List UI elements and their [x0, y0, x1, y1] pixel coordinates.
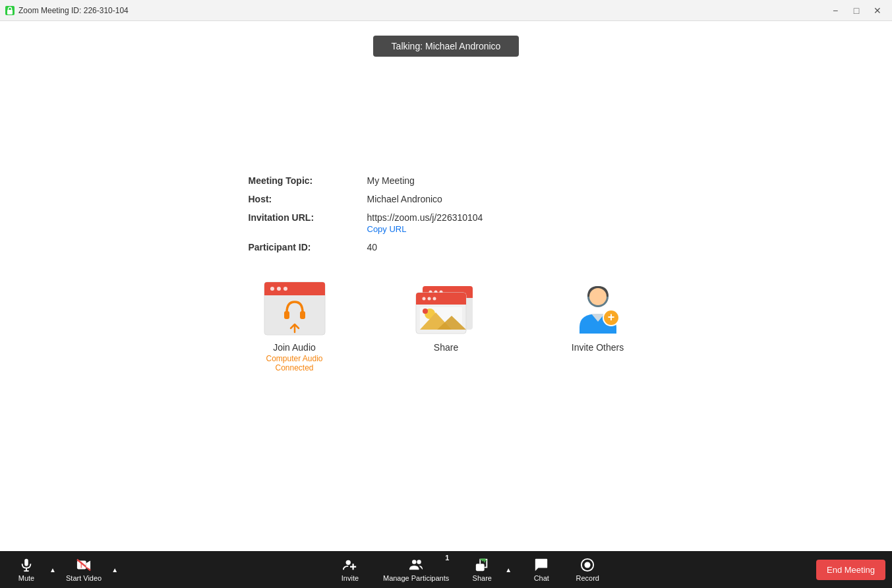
meeting-topic-value: My Meeting: [367, 175, 415, 186]
close-button[interactable]: ✕: [868, 3, 887, 18]
svg-rect-41: [476, 564, 485, 571]
lock-icon: [5, 6, 15, 15]
join-audio-icon-wrapper: [262, 279, 328, 338]
share-chevron-icon: ▲: [505, 566, 512, 573]
toolbar: Mute ▲ Start Video ▲: [0, 551, 892, 588]
share-action[interactable]: Share: [403, 279, 489, 353]
manage-participants-button[interactable]: 1 Manage Participants: [376, 551, 456, 588]
share-chevron-button[interactable]: ▲: [502, 551, 515, 588]
chat-button[interactable]: Chat: [521, 551, 561, 588]
svg-rect-7: [284, 311, 289, 319]
mute-button[interactable]: Mute: [7, 551, 46, 588]
share-toolbar-button[interactable]: Share: [462, 551, 502, 588]
record-label: Record: [576, 574, 599, 582]
end-meeting-button[interactable]: End Meeting: [816, 560, 885, 580]
record-icon: [580, 558, 595, 572]
invitation-url-value: https://zoom.us/j/226310104: [367, 212, 483, 223]
toolbar-center: Invite 1 Manage Participants: [121, 551, 816, 588]
svg-rect-30: [24, 558, 28, 566]
invite-others-icon: +: [565, 279, 631, 338]
invite-others-action[interactable]: + Invite Others: [555, 279, 641, 353]
title-bar: Zoom Meeting ID: 226-310-104 − □ ✕: [0, 0, 892, 21]
talking-banner: Talking: Michael Andronico: [373, 36, 520, 57]
mute-chevron-button[interactable]: ▲: [46, 551, 59, 588]
chat-icon: [534, 558, 549, 572]
start-video-label: Start Video: [66, 574, 102, 582]
participant-count-badge: 1: [445, 554, 449, 562]
toolbar-right: End Meeting: [816, 560, 885, 580]
mute-group: Mute ▲: [7, 551, 59, 588]
manage-participants-label: Manage Participants: [383, 574, 449, 582]
chat-label: Chat: [534, 574, 549, 582]
share-toolbar-group: Share ▲: [462, 551, 515, 588]
svg-text:+: +: [607, 310, 614, 324]
meeting-info: Meeting Topic: My Meeting Host: Michael …: [249, 175, 644, 252]
share-icon-wrapper: [413, 279, 479, 338]
join-audio-icon: [262, 279, 328, 338]
mute-chevron-icon: ▲: [49, 566, 56, 573]
svg-point-44: [585, 562, 591, 568]
participant-id-row: Participant ID: 40: [249, 242, 644, 252]
svg-point-25: [423, 309, 428, 314]
invite-others-icon-wrapper: +: [565, 279, 631, 338]
actions-row: Join Audio Computer Audio Connected: [252, 279, 641, 372]
svg-point-36: [346, 560, 351, 564]
mute-label: Mute: [18, 574, 34, 582]
share-toolbar-label: Share: [473, 574, 492, 582]
participant-id-label: Participant ID:: [249, 242, 367, 252]
svg-point-40: [417, 560, 421, 564]
invitation-url-container: https://zoom.us/j/226310104 Copy URL: [367, 212, 483, 234]
mute-icon: [19, 558, 34, 572]
svg-point-27: [589, 288, 607, 305]
participant-id-value: 40: [367, 242, 378, 252]
invite-button[interactable]: Invite: [330, 551, 370, 588]
svg-point-18: [422, 297, 425, 301]
record-button[interactable]: Record: [568, 551, 607, 588]
invitation-url-row: Invitation URL: https://zoom.us/j/226310…: [249, 212, 644, 234]
host-label: Host:: [249, 194, 367, 204]
share-toolbar-icon: [475, 558, 489, 572]
video-group: Start Video ▲: [59, 551, 121, 588]
join-audio-label: Join Audio: [273, 342, 316, 353]
meeting-topic-row: Meeting Topic: My Meeting: [249, 175, 644, 186]
toolbar-left: Mute ▲ Start Video ▲: [7, 551, 121, 588]
invite-icon: [343, 558, 357, 572]
copy-url-button[interactable]: Copy URL: [367, 224, 483, 234]
start-video-button[interactable]: Start Video: [59, 551, 108, 588]
title-bar-controls: − □ ✕: [826, 3, 887, 18]
host-row: Host: Michael Andronico: [249, 194, 644, 204]
svg-point-20: [432, 297, 436, 301]
svg-point-4: [270, 287, 274, 291]
svg-point-19: [427, 297, 431, 301]
video-chevron-button[interactable]: ▲: [108, 551, 121, 588]
manage-participants-icon: [409, 558, 423, 572]
talking-text: Talking: Michael Andronico: [392, 41, 501, 51]
title-bar-left: Zoom Meeting ID: 226-310-104: [5, 6, 129, 15]
title-bar-meeting-id: Zoom Meeting ID: 226-310-104: [18, 6, 129, 15]
main-content: Talking: Michael Andronico Meeting Topic…: [0, 21, 892, 551]
minimize-button[interactable]: −: [826, 3, 845, 18]
invite-label: Invite: [342, 574, 359, 582]
svg-rect-8: [300, 311, 305, 319]
join-audio-action[interactable]: Join Audio Computer Audio Connected: [252, 279, 338, 372]
invitation-url-label: Invitation URL:: [249, 212, 367, 223]
video-chevron-icon: ▲: [111, 566, 118, 573]
share-label: Share: [434, 342, 458, 353]
svg-rect-0: [7, 10, 13, 15]
invite-others-label: Invite Others: [572, 342, 624, 353]
svg-point-5: [277, 287, 281, 291]
join-audio-sublabel: Computer Audio Connected: [252, 354, 338, 372]
host-value: Michael Andronico: [367, 194, 442, 204]
share-icon: [413, 279, 479, 338]
maximize-button[interactable]: □: [847, 3, 866, 18]
svg-point-6: [283, 287, 287, 291]
meeting-topic-label: Meeting Topic:: [249, 175, 367, 186]
start-video-icon: [76, 558, 91, 572]
svg-point-39: [412, 560, 416, 564]
